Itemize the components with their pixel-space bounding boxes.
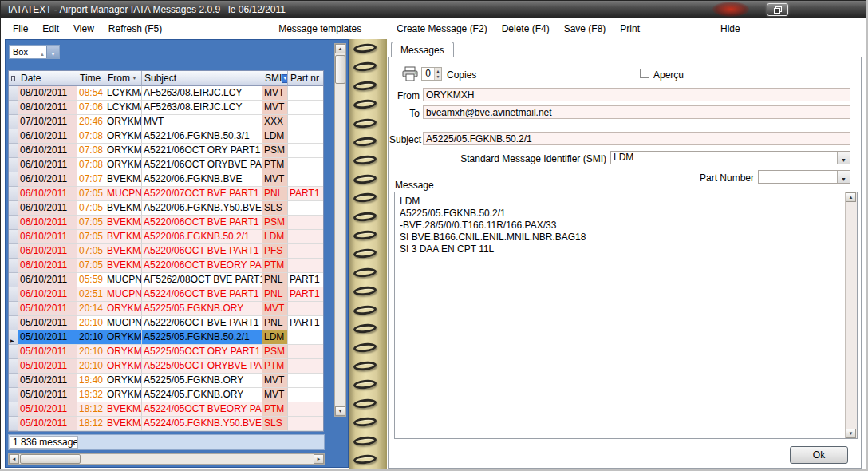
from-field[interactable] — [423, 88, 850, 101]
table-row[interactable]: 06/10/201107:08ORYKMXHA5221/06OCT ORY PA… — [9, 144, 323, 158]
table-row[interactable]: 05/10/201118:12BVEKMAFA5224/05OCT BVEORY… — [9, 402, 323, 417]
row-rowsel-cell — [9, 144, 18, 158]
table-row[interactable]: 06/10/201107:05BVEKMAFA5220/06OCT BVE PA… — [9, 216, 323, 230]
spiral-ring — [353, 43, 377, 54]
menu-item-view[interactable]: View — [71, 22, 97, 36]
grid-header-time[interactable]: Time — [77, 71, 105, 86]
message-scroll-up-button[interactable] — [846, 192, 856, 202]
row-part-cell: PART1 — [288, 287, 323, 302]
table-row[interactable]: 05/10/201119:40ORYKMXHA5225/05.FGKNB.ORY… — [9, 374, 323, 388]
to-field[interactable] — [423, 105, 850, 119]
decrement-icon[interactable] — [435, 74, 441, 81]
row-from-cell: BVEKMAF — [105, 417, 142, 431]
grid-header-subject[interactable]: Subject — [142, 71, 262, 86]
menu-item-file[interactable]: File — [10, 22, 30, 36]
filter-icon[interactable] — [130, 74, 139, 83]
restore-button[interactable] — [767, 3, 788, 16]
row-from-cell: ORYKMXH — [105, 374, 142, 388]
row-date-cell: 06/10/2011 — [18, 216, 77, 230]
scroll-left-button[interactable] — [9, 454, 19, 464]
spiral-binder — [349, 39, 387, 469]
grid-header-rowsel[interactable] — [9, 71, 18, 86]
row-date-cell: 08/10/2011 — [18, 101, 77, 115]
box-selector[interactable]: Box — [9, 45, 60, 59]
message-scroll-down-button[interactable] — [846, 429, 856, 438]
row-subject-cell: AF5263/08.EIRJC.LCY — [142, 101, 262, 115]
table-row[interactable]: 06/10/201107:05MUCPNAFA5220/07OCT BVE PA… — [9, 187, 323, 201]
horizontal-scrollbar[interactable] — [8, 453, 325, 465]
subject-field[interactable] — [423, 132, 850, 145]
row-smi-cell: XXX — [262, 115, 288, 129]
row-date-cell: 05/10/2011 — [18, 330, 77, 345]
vertical-scrollbar[interactable] — [334, 43, 346, 417]
menu-item-create-message-f2[interactable]: Create Message (F2) — [394, 22, 489, 36]
row-date-cell: 07/10/2011 — [18, 115, 77, 129]
table-row[interactable]: 06/10/201107:05BVEKMAFA5220/06OCT BVE PA… — [9, 244, 323, 259]
table-row[interactable]: 05/10/201120:10MUCPNAFA5222/06OCT BVE PA… — [9, 316, 323, 330]
table-row[interactable]: 06/10/201107:08ORYKMXHA5221/06OCT ORYBVE… — [9, 158, 323, 172]
table-row[interactable]: 06/10/201105:59MUCPNAFAF5262/08OCT BVE P… — [9, 273, 323, 287]
table-row[interactable]: 05/10/201120:10ORYKMXHA5225/05OCT ORY PA… — [9, 345, 323, 359]
stepper-buttons[interactable] — [434, 68, 441, 80]
grid-header-date[interactable]: Date — [18, 71, 77, 86]
message-scrollbar[interactable] — [845, 192, 857, 438]
row-date-cell: 06/10/2011 — [18, 158, 77, 172]
spiral-ring — [353, 286, 377, 297]
table-row[interactable]: 05/10/201119:32ORYKMXHA5224/05.FGKNB.ORY… — [9, 388, 323, 402]
smi-value: LDM — [611, 152, 837, 164]
menu-item-print[interactable]: Print — [617, 22, 642, 36]
menu-item-save-f8[interactable]: Save (F8) — [562, 22, 609, 36]
table-row[interactable]: 08/10/201107:06LCYKMAFAF5263/08.EIRJC.LC… — [9, 101, 323, 115]
table-row[interactable]: 06/10/201102:51MUCPNAFA5224/06OCT BVE PA… — [9, 287, 323, 302]
print-button[interactable] — [401, 66, 419, 81]
table-row[interactable]: 07/10/201120:46ORYKMXHMVTXXX — [9, 115, 323, 129]
part-number-dropdown[interactable] — [758, 170, 850, 184]
part-number-dropdown-button[interactable] — [837, 171, 850, 183]
row-subject-cell: A5220/06.FGKNB.50.2/1 — [142, 230, 262, 244]
grid-header-partnr[interactable]: Part nr — [288, 71, 323, 86]
row-time-cell: 18:12 — [77, 402, 105, 417]
increment-icon[interactable] — [435, 68, 441, 74]
spiral-ring — [353, 173, 377, 184]
copies-stepper[interactable]: 0 — [421, 67, 442, 81]
row-part-cell — [288, 345, 323, 359]
scroll-up-button[interactable] — [335, 44, 345, 53]
copies-value[interactable]: 0 — [422, 68, 434, 80]
horizontal-scrollbar-thumb[interactable] — [20, 454, 81, 464]
filter-active-icon[interactable] — [282, 74, 288, 83]
row-rowsel-cell — [9, 201, 18, 216]
row-subject-cell: A5220/06.FGKNB.Y50.BVE — [142, 201, 262, 216]
table-row[interactable]: 06/10/201107:07BVEKMAFA5220/06.FGKNB.BVE… — [9, 172, 323, 187]
box-dropdown-button[interactable] — [46, 46, 59, 58]
table-row[interactable]: 05/10/201120:14ORYKMXHA5225/05.FGKNB.ORY… — [9, 302, 323, 316]
row-smi-cell: MVT — [262, 388, 288, 402]
ok-button[interactable]: Ok — [790, 446, 848, 464]
table-row[interactable]: 06/10/201107:05BVEKMAFA5220/06OCT BVEORY… — [9, 259, 323, 273]
smi-dropdown-button[interactable] — [837, 152, 850, 164]
vertical-scrollbar-thumb[interactable] — [335, 55, 345, 84]
grid-header-from[interactable]: From — [105, 71, 142, 86]
close-button[interactable] — [712, 2, 749, 17]
table-row[interactable]: 08/10/201108:54LCYKMAFAF5263/08.EIRJC.LC… — [9, 86, 323, 101]
menu-item-refresh-f5[interactable]: Refresh (F5) — [106, 22, 164, 36]
scroll-down-button[interactable] — [335, 406, 345, 416]
table-row[interactable]: 05/10/201118:12BVEKMAFA5224/05.FGKNB.Y50… — [9, 417, 323, 431]
preview-checkbox[interactable] — [640, 69, 649, 78]
table-row[interactable]: 06/10/201107:05BVEKMAFA5220/06.FGKNB.50.… — [9, 230, 323, 244]
row-time-cell: 20:10 — [77, 359, 105, 374]
menu-item-message-templates[interactable]: Message templates — [276, 22, 364, 36]
scroll-right-button[interactable] — [314, 454, 324, 464]
tab-messages[interactable]: Messages — [391, 42, 454, 57]
row-from-cell: BVEKMAF — [105, 244, 142, 259]
smi-dropdown[interactable]: LDM — [610, 151, 850, 164]
table-row[interactable]: 05/10/201120:10ORYKMXHA5225/05.FGKNB.50.… — [9, 330, 323, 345]
grid-header-smi[interactable]: SMI — [262, 71, 288, 86]
table-row[interactable]: 06/10/201107:08ORYKMXHA5221/06.FGKNB.50.… — [9, 129, 323, 144]
menu-item-delete-f4[interactable]: Delete (F4) — [499, 22, 552, 36]
row-part-cell: PART1 — [288, 273, 323, 287]
menu-item-hide[interactable]: Hide — [718, 22, 743, 36]
table-row[interactable]: 05/10/201120:10ORYKMXHA5225/05OCT ORYBVE… — [9, 359, 323, 374]
message-body-box[interactable]: LDM A5225/05.FGKNB.50.2/1 -BVE.28/5/0/0.… — [394, 192, 858, 439]
table-row[interactable]: 06/10/201107:05BVEKMAFA5220/06.FGKNB.Y50… — [9, 201, 323, 216]
menu-item-edit[interactable]: Edit — [40, 22, 61, 36]
